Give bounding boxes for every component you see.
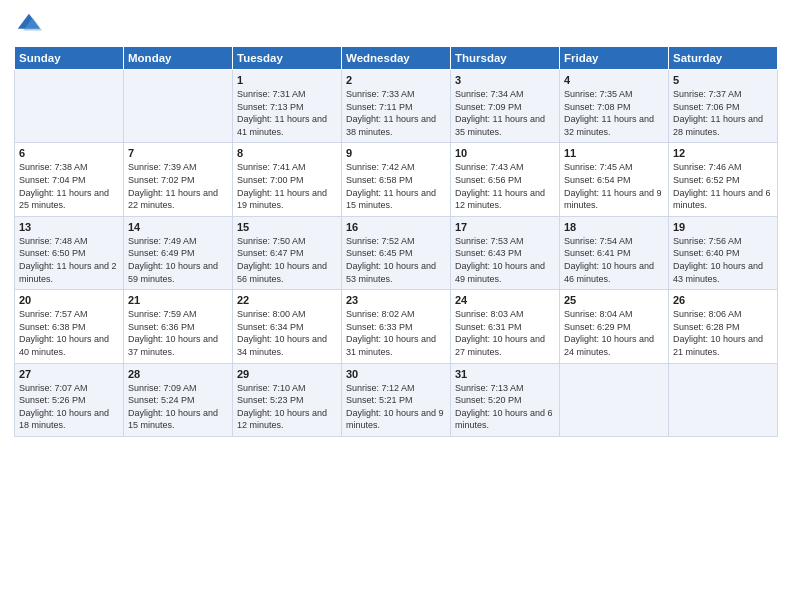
calendar-cell <box>124 70 233 143</box>
day-content: Sunrise: 7:39 AM Sunset: 7:02 PM Dayligh… <box>128 161 228 211</box>
calendar-cell: 18Sunrise: 7:54 AM Sunset: 6:41 PM Dayli… <box>560 216 669 289</box>
day-number: 1 <box>237 74 337 86</box>
day-content: Sunrise: 7:52 AM Sunset: 6:45 PM Dayligh… <box>346 235 446 285</box>
day-number: 12 <box>673 147 773 159</box>
calendar-cell: 27Sunrise: 7:07 AM Sunset: 5:26 PM Dayli… <box>15 363 124 436</box>
calendar-cell: 1Sunrise: 7:31 AM Sunset: 7:13 PM Daylig… <box>233 70 342 143</box>
day-content: Sunrise: 7:49 AM Sunset: 6:49 PM Dayligh… <box>128 235 228 285</box>
calendar-cell: 30Sunrise: 7:12 AM Sunset: 5:21 PM Dayli… <box>342 363 451 436</box>
col-header-thursday: Thursday <box>451 47 560 70</box>
day-number: 20 <box>19 294 119 306</box>
calendar-cell <box>15 70 124 143</box>
calendar-cell: 8Sunrise: 7:41 AM Sunset: 7:00 PM Daylig… <box>233 143 342 216</box>
calendar-table: SundayMondayTuesdayWednesdayThursdayFrid… <box>14 46 778 437</box>
day-number: 30 <box>346 368 446 380</box>
calendar-cell: 3Sunrise: 7:34 AM Sunset: 7:09 PM Daylig… <box>451 70 560 143</box>
day-content: Sunrise: 7:59 AM Sunset: 6:36 PM Dayligh… <box>128 308 228 358</box>
day-number: 24 <box>455 294 555 306</box>
day-content: Sunrise: 7:38 AM Sunset: 7:04 PM Dayligh… <box>19 161 119 211</box>
calendar-cell: 21Sunrise: 7:59 AM Sunset: 6:36 PM Dayli… <box>124 290 233 363</box>
header-row: SundayMondayTuesdayWednesdayThursdayFrid… <box>15 47 778 70</box>
day-content: Sunrise: 7:35 AM Sunset: 7:08 PM Dayligh… <box>564 88 664 138</box>
day-content: Sunrise: 7:42 AM Sunset: 6:58 PM Dayligh… <box>346 161 446 211</box>
day-content: Sunrise: 7:10 AM Sunset: 5:23 PM Dayligh… <box>237 382 337 432</box>
day-content: Sunrise: 7:34 AM Sunset: 7:09 PM Dayligh… <box>455 88 555 138</box>
day-content: Sunrise: 7:57 AM Sunset: 6:38 PM Dayligh… <box>19 308 119 358</box>
day-number: 26 <box>673 294 773 306</box>
day-number: 19 <box>673 221 773 233</box>
week-row-4: 20Sunrise: 7:57 AM Sunset: 6:38 PM Dayli… <box>15 290 778 363</box>
day-number: 13 <box>19 221 119 233</box>
day-number: 29 <box>237 368 337 380</box>
week-row-2: 6Sunrise: 7:38 AM Sunset: 7:04 PM Daylig… <box>15 143 778 216</box>
day-number: 28 <box>128 368 228 380</box>
day-number: 25 <box>564 294 664 306</box>
page-header <box>14 10 778 38</box>
week-row-1: 1Sunrise: 7:31 AM Sunset: 7:13 PM Daylig… <box>15 70 778 143</box>
day-number: 7 <box>128 147 228 159</box>
logo <box>14 10 46 38</box>
col-header-tuesday: Tuesday <box>233 47 342 70</box>
day-content: Sunrise: 7:31 AM Sunset: 7:13 PM Dayligh… <box>237 88 337 138</box>
day-number: 22 <box>237 294 337 306</box>
calendar-cell: 20Sunrise: 7:57 AM Sunset: 6:38 PM Dayli… <box>15 290 124 363</box>
calendar-cell: 12Sunrise: 7:46 AM Sunset: 6:52 PM Dayli… <box>669 143 778 216</box>
calendar-cell: 24Sunrise: 8:03 AM Sunset: 6:31 PM Dayli… <box>451 290 560 363</box>
day-content: Sunrise: 8:06 AM Sunset: 6:28 PM Dayligh… <box>673 308 773 358</box>
day-content: Sunrise: 7:48 AM Sunset: 6:50 PM Dayligh… <box>19 235 119 285</box>
calendar-cell: 16Sunrise: 7:52 AM Sunset: 6:45 PM Dayli… <box>342 216 451 289</box>
day-number: 23 <box>346 294 446 306</box>
day-content: Sunrise: 7:09 AM Sunset: 5:24 PM Dayligh… <box>128 382 228 432</box>
day-number: 3 <box>455 74 555 86</box>
week-row-5: 27Sunrise: 7:07 AM Sunset: 5:26 PM Dayli… <box>15 363 778 436</box>
week-row-3: 13Sunrise: 7:48 AM Sunset: 6:50 PM Dayli… <box>15 216 778 289</box>
day-content: Sunrise: 7:45 AM Sunset: 6:54 PM Dayligh… <box>564 161 664 211</box>
calendar-cell: 22Sunrise: 8:00 AM Sunset: 6:34 PM Dayli… <box>233 290 342 363</box>
day-number: 14 <box>128 221 228 233</box>
day-number: 2 <box>346 74 446 86</box>
calendar-cell: 9Sunrise: 7:42 AM Sunset: 6:58 PM Daylig… <box>342 143 451 216</box>
calendar-cell: 15Sunrise: 7:50 AM Sunset: 6:47 PM Dayli… <box>233 216 342 289</box>
calendar-cell: 4Sunrise: 7:35 AM Sunset: 7:08 PM Daylig… <box>560 70 669 143</box>
day-number: 8 <box>237 147 337 159</box>
day-number: 11 <box>564 147 664 159</box>
day-number: 17 <box>455 221 555 233</box>
day-content: Sunrise: 7:07 AM Sunset: 5:26 PM Dayligh… <box>19 382 119 432</box>
calendar-cell: 17Sunrise: 7:53 AM Sunset: 6:43 PM Dayli… <box>451 216 560 289</box>
day-number: 27 <box>19 368 119 380</box>
day-content: Sunrise: 7:53 AM Sunset: 6:43 PM Dayligh… <box>455 235 555 285</box>
day-number: 31 <box>455 368 555 380</box>
calendar-cell: 19Sunrise: 7:56 AM Sunset: 6:40 PM Dayli… <box>669 216 778 289</box>
day-content: Sunrise: 7:50 AM Sunset: 6:47 PM Dayligh… <box>237 235 337 285</box>
day-content: Sunrise: 7:13 AM Sunset: 5:20 PM Dayligh… <box>455 382 555 432</box>
calendar-cell: 26Sunrise: 8:06 AM Sunset: 6:28 PM Dayli… <box>669 290 778 363</box>
day-content: Sunrise: 8:03 AM Sunset: 6:31 PM Dayligh… <box>455 308 555 358</box>
col-header-friday: Friday <box>560 47 669 70</box>
calendar-cell: 28Sunrise: 7:09 AM Sunset: 5:24 PM Dayli… <box>124 363 233 436</box>
day-content: Sunrise: 7:37 AM Sunset: 7:06 PM Dayligh… <box>673 88 773 138</box>
day-number: 9 <box>346 147 446 159</box>
day-content: Sunrise: 7:43 AM Sunset: 6:56 PM Dayligh… <box>455 161 555 211</box>
day-content: Sunrise: 7:41 AM Sunset: 7:00 PM Dayligh… <box>237 161 337 211</box>
calendar-cell: 11Sunrise: 7:45 AM Sunset: 6:54 PM Dayli… <box>560 143 669 216</box>
day-content: Sunrise: 7:33 AM Sunset: 7:11 PM Dayligh… <box>346 88 446 138</box>
calendar-cell: 5Sunrise: 7:37 AM Sunset: 7:06 PM Daylig… <box>669 70 778 143</box>
day-number: 5 <box>673 74 773 86</box>
day-number: 18 <box>564 221 664 233</box>
calendar-cell: 23Sunrise: 8:02 AM Sunset: 6:33 PM Dayli… <box>342 290 451 363</box>
calendar-cell <box>560 363 669 436</box>
col-header-saturday: Saturday <box>669 47 778 70</box>
day-content: Sunrise: 7:46 AM Sunset: 6:52 PM Dayligh… <box>673 161 773 211</box>
col-header-sunday: Sunday <box>15 47 124 70</box>
day-number: 6 <box>19 147 119 159</box>
day-number: 10 <box>455 147 555 159</box>
calendar-cell: 13Sunrise: 7:48 AM Sunset: 6:50 PM Dayli… <box>15 216 124 289</box>
day-number: 15 <box>237 221 337 233</box>
day-content: Sunrise: 7:12 AM Sunset: 5:21 PM Dayligh… <box>346 382 446 432</box>
calendar-cell: 2Sunrise: 7:33 AM Sunset: 7:11 PM Daylig… <box>342 70 451 143</box>
col-header-wednesday: Wednesday <box>342 47 451 70</box>
calendar-cell: 7Sunrise: 7:39 AM Sunset: 7:02 PM Daylig… <box>124 143 233 216</box>
day-content: Sunrise: 8:02 AM Sunset: 6:33 PM Dayligh… <box>346 308 446 358</box>
calendar-cell <box>669 363 778 436</box>
calendar-cell: 6Sunrise: 7:38 AM Sunset: 7:04 PM Daylig… <box>15 143 124 216</box>
